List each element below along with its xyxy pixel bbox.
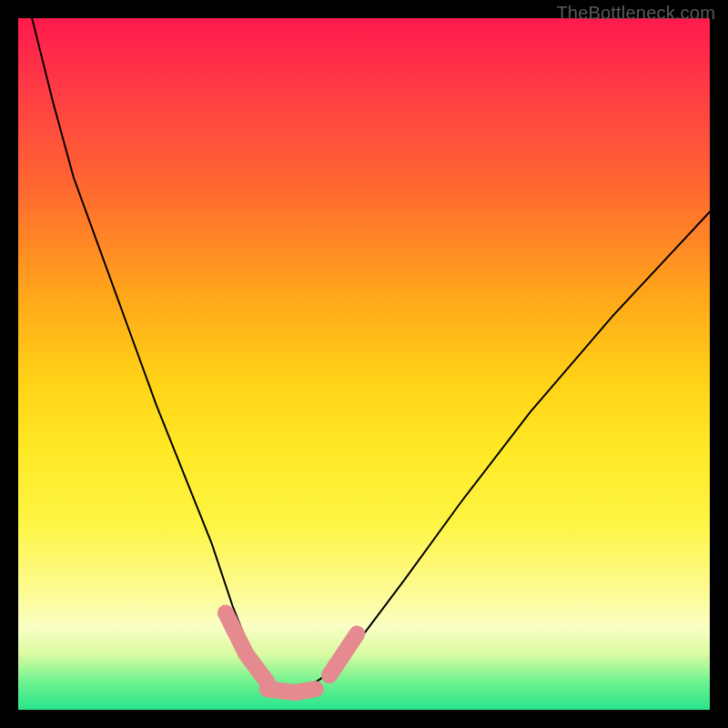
left-pink-line [226, 613, 268, 682]
marker-layer [226, 613, 357, 693]
bottleneck-curve-path [32, 18, 710, 689]
chart-frame: TheBottleneck.com [0, 0, 728, 728]
curve-layer [32, 18, 710, 689]
chart-svg [18, 18, 710, 710]
bottom-pink-line [268, 689, 316, 693]
watermark-text: TheBottleneck.com [556, 3, 715, 24]
plot-area [18, 18, 710, 710]
right-pink-line [329, 633, 357, 675]
